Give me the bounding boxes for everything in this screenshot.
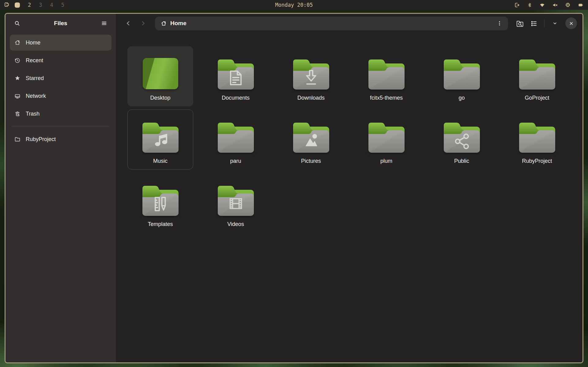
- file-icon-box: [217, 57, 255, 90]
- sidebar-bookmarks: RubyProject: [6, 129, 116, 149]
- sidebar-list: HomeRecentStarredNetworkTrash: [6, 33, 116, 124]
- logout-icon[interactable]: [514, 2, 520, 8]
- file-tile-public[interactable]: Public: [429, 109, 495, 170]
- file-tile-desktop[interactable]: Desktop: [127, 46, 193, 106]
- folder-icon: [217, 120, 255, 154]
- desktop-wallpaper: { "topbar": { "clock": "Monday 20:05", "…: [0, 0, 588, 367]
- back-button[interactable]: [123, 17, 134, 29]
- folder-icon: [292, 120, 330, 154]
- file-tile-rubyproject[interactable]: RubyProject: [504, 109, 570, 170]
- network-icon: [14, 93, 21, 99]
- trash-icon: [14, 110, 21, 117]
- home-icon: [14, 39, 21, 46]
- file-tile-videos[interactable]: Videos: [203, 173, 269, 233]
- main-pane: Home: [116, 14, 582, 362]
- path-segment-home[interactable]: Home: [160, 20, 187, 27]
- sidebar-item-label: Starred: [26, 75, 44, 82]
- sidebar: Files HomeRecentStarredNetworkTrash Ruby…: [6, 14, 116, 362]
- volume-muted-icon[interactable]: [552, 2, 558, 8]
- files-view: DesktopDocumentsDownloadsfcitx5-themesgo…: [116, 33, 582, 362]
- sidebar-item-rubyproject[interactable]: RubyProject: [10, 131, 111, 147]
- clock[interactable]: Monday 20:05: [0, 2, 588, 8]
- files-window: Files HomeRecentStarredNetworkTrash Ruby…: [5, 13, 583, 363]
- sidebar-item-label: Home: [26, 40, 40, 46]
- home-icon: [160, 20, 167, 27]
- battery-icon[interactable]: [577, 2, 584, 8]
- folder-icon: [368, 120, 405, 154]
- folder-icon: [518, 120, 556, 154]
- file-label: Pictures: [301, 158, 321, 164]
- file-label: paru: [230, 158, 241, 164]
- file-icon-box: [141, 120, 179, 154]
- file-tile-goproject[interactable]: GoProject: [504, 46, 570, 106]
- app-title: Files: [23, 20, 99, 27]
- file-icon-box: [141, 57, 179, 90]
- folder-icon: [141, 183, 179, 217]
- bluetooth-icon[interactable]: [527, 2, 533, 8]
- file-icon-box: [368, 120, 405, 154]
- file-icon-box: [217, 183, 255, 217]
- recent-icon: [14, 57, 21, 64]
- folder-icon: [292, 57, 330, 90]
- file-tile-music[interactable]: Music: [127, 109, 193, 170]
- sidebar-item-starred[interactable]: Starred: [10, 70, 111, 86]
- sidebar-item-label: RubyProject: [26, 136, 56, 143]
- sidebar-item-home[interactable]: Home: [10, 35, 111, 51]
- file-label: Music: [153, 158, 168, 164]
- main-menu-button[interactable]: [99, 18, 110, 29]
- file-tile-go[interactable]: go: [429, 46, 495, 106]
- path-label: Home: [170, 20, 187, 27]
- file-icon-box: [292, 57, 330, 90]
- kebab-menu-icon: [496, 20, 503, 26]
- sidebar-item-label: Recent: [26, 57, 43, 64]
- file-label: plum: [380, 158, 392, 164]
- search-icon: [14, 20, 21, 27]
- list-view-button[interactable]: [528, 18, 539, 29]
- search-files-button[interactable]: [514, 18, 525, 29]
- file-label: go: [458, 95, 465, 101]
- folder-search-icon: [516, 19, 524, 28]
- file-tile-fcitx5-themes[interactable]: fcitx5-themes: [353, 46, 419, 106]
- sidebar-item-trash[interactable]: Trash: [10, 106, 111, 122]
- sidebar-item-recent[interactable]: Recent: [10, 52, 111, 68]
- close-icon: [569, 21, 574, 26]
- file-tile-paru[interactable]: paru: [203, 109, 269, 170]
- file-icon-box: [217, 120, 255, 154]
- cpu-icon[interactable]: [565, 2, 571, 8]
- sidebar-divider: [12, 126, 110, 126]
- file-icon-box: [518, 57, 556, 90]
- file-tile-plum[interactable]: plum: [353, 109, 419, 170]
- path-bar[interactable]: Home: [155, 17, 508, 30]
- file-label: Videos: [227, 221, 244, 227]
- file-tile-documents[interactable]: Documents: [203, 46, 269, 106]
- file-tile-templates[interactable]: Templates: [127, 173, 193, 233]
- search-button[interactable]: [12, 18, 23, 29]
- path-menu-button[interactable]: [494, 18, 505, 29]
- folder-icon: [443, 120, 481, 154]
- chevron-right-icon: [139, 20, 147, 27]
- folder-icon: [443, 57, 481, 90]
- folder-icon: [14, 136, 21, 143]
- forward-button[interactable]: [137, 17, 149, 29]
- file-label: Downloads: [297, 95, 325, 101]
- file-label: GoProject: [525, 95, 549, 101]
- file-icon-box: [141, 183, 179, 217]
- folder-icon: [368, 57, 405, 90]
- file-icon-box: [292, 120, 330, 154]
- top-bar: 2345 Monday 20:05: [0, 0, 588, 10]
- file-tile-pictures[interactable]: Pictures: [278, 109, 344, 170]
- file-label: Documents: [222, 95, 250, 101]
- files-grid: DesktopDocumentsDownloadsfcitx5-themesgo…: [127, 46, 570, 233]
- hamburger-icon: [101, 20, 107, 27]
- folder-icon: [217, 183, 255, 217]
- toolbar-separator: [544, 19, 545, 27]
- view-options-button[interactable]: [549, 18, 560, 29]
- close-button[interactable]: [565, 17, 577, 29]
- folder-icon: [217, 57, 255, 90]
- sidebar-header: Files: [6, 14, 116, 33]
- file-tile-downloads[interactable]: Downloads: [278, 46, 344, 106]
- file-icon-box: [368, 57, 405, 90]
- chevron-left-icon: [125, 20, 132, 27]
- wifi-icon[interactable]: [539, 2, 545, 8]
- sidebar-item-network[interactable]: Network: [10, 88, 111, 104]
